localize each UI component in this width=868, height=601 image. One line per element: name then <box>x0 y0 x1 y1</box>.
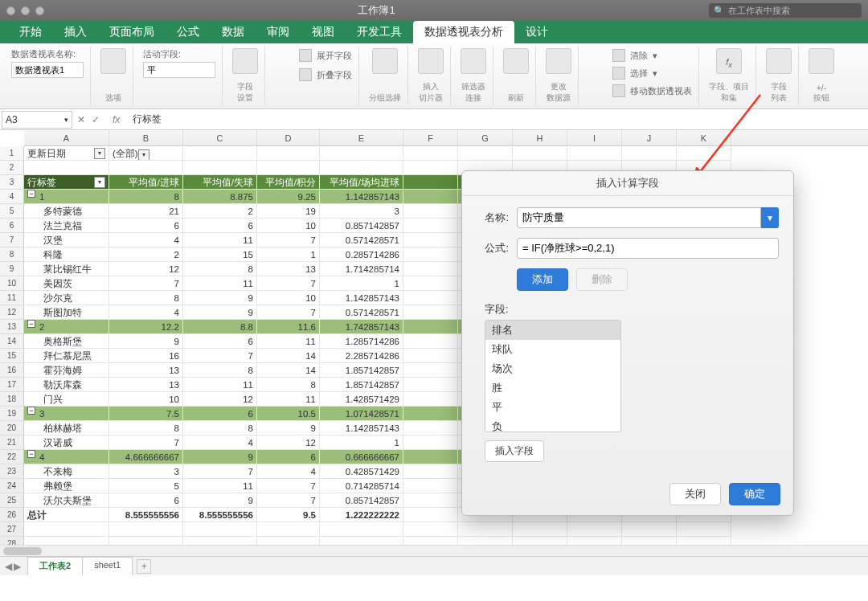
cell[interactable]: 10.5 <box>257 407 320 421</box>
cell[interactable]: 8.875 <box>183 190 257 204</box>
ribbon-group-select[interactable]: 分组选择 <box>362 47 408 105</box>
sheet-tab-1[interactable]: sheet1 <box>82 557 133 575</box>
cell[interactable]: 更新日期 <box>24 146 109 161</box>
cell[interactable]: 6 <box>183 219 257 233</box>
cell[interactable]: 0.857142857 <box>320 493 403 508</box>
ribbon-refresh[interactable]: 刷新 <box>497 47 536 105</box>
cell[interactable]: 弗赖堡 <box>24 479 109 493</box>
ribbon-insert-slicer[interactable]: 插入 切片器 <box>411 47 451 105</box>
cell[interactable]: 11 <box>183 479 257 493</box>
cell[interactable] <box>677 146 731 161</box>
cell[interactable] <box>403 508 458 522</box>
ribbon-group-options[interactable]: 选项 <box>94 47 133 105</box>
cell[interactable] <box>24 161 109 175</box>
cell[interactable] <box>403 363 458 378</box>
cell[interactable]: 7 <box>257 493 320 508</box>
cell[interactable]: 12.2 <box>109 320 183 334</box>
close-window-icon[interactable] <box>6 6 15 15</box>
cell[interactable] <box>403 146 458 161</box>
cell[interactable]: 13 <box>109 378 183 392</box>
cell[interactable]: 1.142857143 <box>320 190 403 204</box>
collapse-toggle-icon[interactable]: − <box>27 407 35 415</box>
cell[interactable]: 9 <box>183 493 257 508</box>
col-header-C[interactable]: C <box>183 130 257 145</box>
column-headers[interactable]: ABCDEFGHIJK <box>24 130 868 146</box>
col-header-B[interactable]: B <box>109 130 183 145</box>
cell[interactable]: 6 <box>109 219 183 233</box>
cell[interactable]: −1 <box>24 190 109 204</box>
cell[interactable]: 1.857142857 <box>320 378 403 392</box>
cell[interactable]: 1 <box>257 247 320 262</box>
cell[interactable] <box>403 407 458 421</box>
cell[interactable]: 11 <box>257 392 320 407</box>
cell[interactable] <box>24 522 109 537</box>
clear-button[interactable]: 清除▾ <box>612 48 657 63</box>
cell[interactable]: 12 <box>257 435 320 450</box>
cell[interactable]: 8 <box>109 291 183 305</box>
cell[interactable] <box>257 161 320 175</box>
cell[interactable]: 1.142857143 <box>320 291 403 305</box>
cell[interactable] <box>320 522 403 537</box>
ribbon-pm-buttons[interactable]: +/- 按钮 <box>802 47 841 105</box>
cell[interactable]: 7 <box>257 479 320 493</box>
cell[interactable] <box>403 479 458 493</box>
cell[interactable]: 21 <box>109 204 183 219</box>
cell[interactable]: 7 <box>183 349 257 363</box>
cell[interactable]: 0.857142857 <box>320 219 403 233</box>
cell[interactable]: 6 <box>257 450 320 464</box>
collapse-toggle-icon[interactable]: − <box>27 450 35 458</box>
add-sheet-button[interactable]: + <box>137 559 151 574</box>
cell[interactable]: 16 <box>109 349 183 363</box>
cell[interactable] <box>403 305 458 320</box>
cell[interactable]: 4.666666667 <box>109 450 183 464</box>
cell[interactable]: 6 <box>109 493 183 508</box>
cell[interactable] <box>403 522 458 537</box>
cell[interactable]: 法兰克福 <box>24 219 109 233</box>
field-item[interactable]: 胜 <box>485 378 620 398</box>
cell[interactable]: 1 <box>320 435 403 450</box>
cell[interactable] <box>458 522 513 537</box>
ribbon-field-list[interactable]: 字段 列表 <box>760 47 799 105</box>
cell[interactable]: 19 <box>257 204 320 219</box>
cell[interactable]: 莱比锡红牛 <box>24 262 109 276</box>
cell[interactable]: 0.571428571 <box>320 233 403 247</box>
fx-icon[interactable]: fx <box>104 114 128 125</box>
cell[interactable]: 科隆 <box>24 247 109 262</box>
cell[interactable]: 汉诺威 <box>24 435 109 450</box>
ribbon-tab-5[interactable]: 审阅 <box>256 21 301 43</box>
insert-field-button[interactable]: 插入字段 <box>485 440 544 462</box>
active-field-input[interactable] <box>143 62 215 78</box>
cell[interactable]: −2 <box>24 320 109 334</box>
cell[interactable]: −3 <box>24 407 109 421</box>
cell[interactable] <box>320 161 403 175</box>
cell[interactable] <box>403 262 458 276</box>
cell[interactable] <box>403 392 458 407</box>
cell[interactable]: 4 <box>257 464 320 479</box>
cell[interactable]: 14 <box>257 349 320 363</box>
cell[interactable] <box>183 522 257 537</box>
cell[interactable]: 不来梅 <box>24 464 109 479</box>
cell[interactable] <box>257 146 320 161</box>
cell[interactable] <box>403 291 458 305</box>
cell[interactable]: 沙尔克 <box>24 291 109 305</box>
cell[interactable]: 11 <box>257 334 320 349</box>
col-header-A[interactable]: A <box>24 130 109 145</box>
col-header-G[interactable]: G <box>458 130 513 145</box>
sheet-tab-0[interactable]: 工作表2 <box>27 557 83 575</box>
cell[interactable] <box>403 320 458 334</box>
ribbon-tab-9[interactable]: 设计 <box>514 21 559 43</box>
zoom-window-icon[interactable] <box>35 6 44 15</box>
cell[interactable] <box>109 522 183 537</box>
cell[interactable]: 7 <box>257 305 320 320</box>
cell[interactable] <box>403 450 458 464</box>
cell[interactable]: 9 <box>109 334 183 349</box>
add-button[interactable]: 添加 <box>517 268 568 291</box>
cell[interactable]: 7 <box>109 276 183 291</box>
cell[interactable] <box>109 161 183 175</box>
cell[interactable]: 8.555555556 <box>109 508 183 522</box>
cell[interactable]: 6 <box>183 407 257 421</box>
cell[interactable]: 3 <box>320 204 403 219</box>
cell[interactable]: 8 <box>109 421 183 435</box>
cell[interactable]: 8 <box>257 378 320 392</box>
cell[interactable]: 10 <box>109 392 183 407</box>
